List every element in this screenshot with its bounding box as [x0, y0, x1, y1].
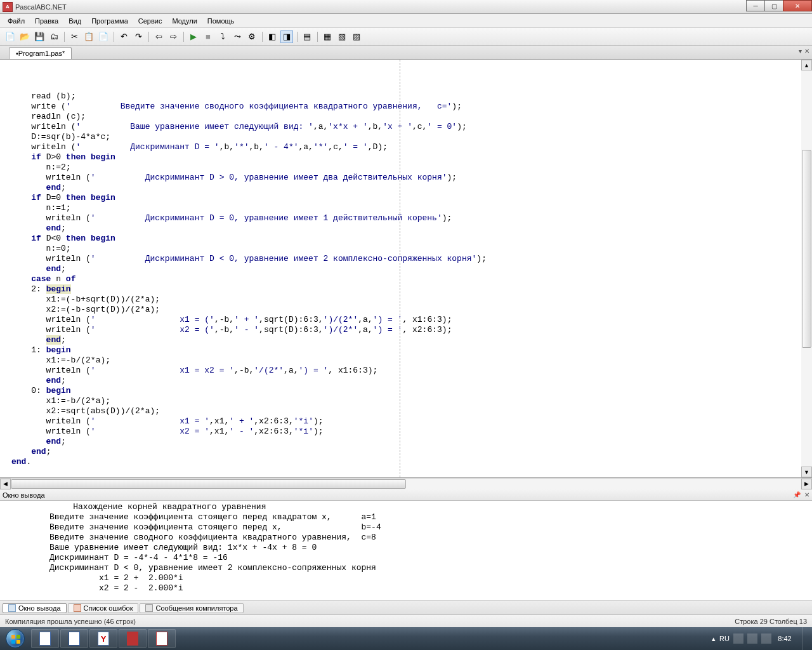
menu-help[interactable]: Помощь [202, 16, 240, 26]
tray-volume-icon[interactable] [761, 633, 771, 644]
toggle-1-icon[interactable]: ◧ [266, 30, 278, 43]
status-bar: Компиляция прошла успешно (46 строк) Стр… [0, 614, 812, 627]
output-body[interactable]: Нахождение корней квадратного уравнения … [0, 501, 812, 600]
menu-view[interactable]: Вид [63, 16, 86, 26]
pascalabc-icon [156, 632, 167, 646]
tray-expand-icon[interactable]: ▴ [712, 635, 716, 643]
separator [260, 30, 264, 43]
vertical-scrollbar[interactable]: ▲ ▼ [801, 60, 812, 477]
step-into-icon[interactable]: ⤵ [216, 30, 229, 43]
misc-2-icon[interactable]: ▧ [336, 30, 348, 43]
menu-edit[interactable]: Правка [30, 16, 63, 26]
tab-close-icon[interactable]: ✕ [804, 48, 809, 55]
tab-errors[interactable]: Список ошибок [68, 603, 139, 613]
separator [315, 30, 319, 43]
run-icon[interactable]: ▶ [187, 30, 200, 43]
code-line: end. [11, 457, 808, 467]
pin-icon[interactable]: 📌 [793, 491, 801, 498]
window-titlebar: A PascalABC.NET ─ ▢ ✕ [0, 0, 812, 14]
code-line: 2: begin [11, 284, 808, 295]
editor-area: read (b); write (' Введите значение свод… [0, 60, 812, 478]
scroll-right-icon[interactable]: ▶ [801, 479, 812, 489]
taskbar-app-pascalabc[interactable] [148, 629, 176, 648]
nav-fwd-icon[interactable]: ⇨ [167, 30, 180, 43]
start-button[interactable] [0, 627, 30, 650]
scroll-down-icon[interactable]: ▼ [801, 467, 812, 477]
close-button[interactable]: ✕ [783, 0, 812, 11]
paste-icon[interactable]: 📄 [97, 30, 110, 43]
save-all-icon[interactable]: 🗂 [48, 30, 60, 43]
tab-messages[interactable]: Сообщения компилятора [140, 603, 243, 613]
menu-bar: Файл Правка Вид Программа Сервис Модули … [0, 14, 812, 28]
scroll-left-icon[interactable]: ◀ [0, 479, 11, 489]
new-file-icon[interactable]: 📄 [4, 30, 16, 43]
undo-icon[interactable]: ↶ [117, 30, 130, 43]
misc-1-icon[interactable]: ▦ [321, 30, 334, 43]
code-line: end; [11, 183, 808, 193]
toggle-2-icon[interactable]: ◨ [280, 30, 293, 43]
redo-icon[interactable]: ↷ [132, 30, 145, 43]
taskbar-app-yandex[interactable]: Y [89, 629, 117, 648]
tray-clock[interactable]: 8:42 [775, 635, 794, 642]
code-line: writeln (' x1 = (',-b,' + ',sqrt(D):6:3,… [11, 315, 808, 325]
code-line: writeln (' Ваше уравнение имеет следующи… [11, 122, 808, 132]
taskbar-app-pdf[interactable] [119, 629, 147, 648]
tray-lang[interactable]: RU [719, 635, 730, 642]
stop-icon[interactable]: ■ [202, 30, 214, 43]
compile-icon[interactable]: ⚙ [246, 30, 258, 43]
maximize-button[interactable]: ▢ [764, 0, 783, 11]
menu-modules[interactable]: Модули [167, 16, 202, 26]
taskbar-app-explorer[interactable] [31, 629, 59, 648]
minimize-button[interactable]: ─ [746, 0, 765, 11]
taskbar-app-word[interactable] [60, 629, 88, 648]
tray-flag-icon[interactable] [733, 633, 743, 644]
scroll-thumb[interactable] [802, 150, 811, 348]
code-line: 1: begin [11, 345, 808, 355]
tab-output[interactable]: Окно вывода [3, 603, 67, 613]
code-line: end; [11, 335, 808, 345]
editor-tab-program1[interactable]: •Program1.pas* [9, 47, 72, 59]
nav-back-icon[interactable]: ⇦ [152, 30, 165, 43]
code-line: writeln (' Дискриминант D = ',b,'*',b,' … [11, 142, 808, 152]
code-line: n:=2; [11, 162, 808, 173]
separator [295, 30, 299, 43]
show-desktop-button[interactable] [802, 627, 808, 650]
separator [147, 30, 150, 43]
code-line: x2:=sqrt(abs(D))/(2*a); [11, 406, 808, 416]
code-line: x1:=-b/(2*a); [11, 355, 808, 366]
code-line: readln (c); [11, 112, 808, 122]
misc-3-icon[interactable]: ▨ [350, 30, 363, 43]
scroll-up-icon[interactable]: ▲ [801, 60, 812, 70]
scroll-thumb-h[interactable] [11, 479, 406, 489]
output-title: Окно вывода [3, 491, 45, 499]
menu-service[interactable]: Сервис [133, 16, 167, 26]
code-editor[interactable]: read (b); write (' Введите значение свод… [0, 60, 812, 477]
panel-close-icon[interactable]: ✕ [804, 491, 809, 498]
save-icon[interactable]: 💾 [33, 30, 46, 43]
cut-icon[interactable]: ✂ [68, 30, 81, 43]
menu-file[interactable]: Файл [3, 16, 30, 26]
code-line: end; [11, 223, 808, 234]
tray-network-icon[interactable] [747, 633, 757, 644]
code-line: n:=0; [11, 244, 808, 254]
code-line: writeln (' Дискриминант D = 0, уравнение… [11, 213, 808, 223]
code-line: if D>0 then begin [11, 152, 808, 162]
code-line: x1:=(-b+sqrt(D))/(2*a); [11, 295, 808, 305]
open-file-icon[interactable]: 📂 [18, 30, 31, 43]
form-icon[interactable]: ▤ [301, 30, 313, 43]
menu-program[interactable]: Программа [86, 16, 133, 26]
window-title: PascalABC.NET [15, 3, 67, 11]
status-left: Компиляция прошла успешно (46 строк) [5, 618, 136, 625]
code-line: end; [11, 447, 808, 457]
horizontal-scrollbar[interactable]: ◀ ▶ [0, 478, 812, 489]
tab-output-label: Окно вывода [18, 604, 61, 612]
tab-errors-label: Список ошибок [84, 604, 133, 612]
step-over-icon[interactable]: ⤳ [231, 30, 244, 43]
tab-label: •Program1.pas* [16, 50, 65, 57]
editor-tabbar: •Program1.pas* ▾ ✕ [0, 46, 812, 60]
tab-dropdown-icon[interactable]: ▾ [799, 48, 802, 55]
code-line: case n of [11, 274, 808, 284]
copy-icon[interactable]: 📋 [82, 30, 95, 43]
windows-taskbar: Y ▴ RU 8:42 [0, 627, 812, 650]
code-line: writeln (' x2 = ',x1,' - ',x2:6:3,'*i'); [11, 427, 808, 437]
